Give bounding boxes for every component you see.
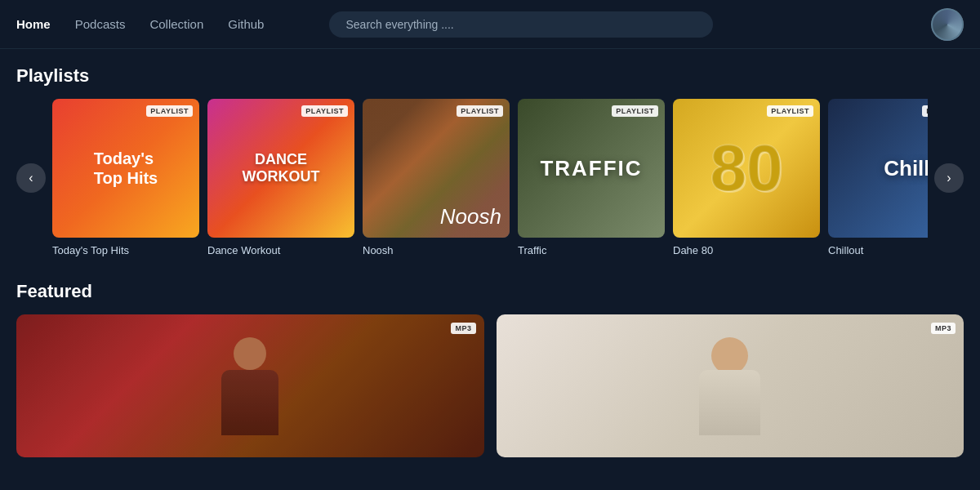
person-body-1 (221, 370, 278, 435)
playlist-card-dahe-80[interactable]: PLAYLIST 80 Dahe 80 (673, 99, 820, 256)
playlist-card-chillout[interactable]: PLAYLIST Chillout Chillout (828, 99, 928, 256)
playlists-section: Playlists ‹ PLAYLIST Today'sTop Hits Tod… (16, 65, 964, 256)
playlist-name-dahe-80: Dahe 80 (673, 244, 820, 256)
playlist-art-text-traffic: TRAFFIC (540, 156, 642, 181)
featured-card-2[interactable]: MP3 (497, 314, 964, 457)
playlist-art-text-noosh: Noosh (440, 204, 501, 229)
person-head-1 (234, 337, 266, 370)
playlist-art-text-top-hits: Today'sTop Hits (82, 136, 171, 200)
playlist-thumbnail-chillout: PLAYLIST Chillout (828, 99, 928, 238)
playlist-card-traffic[interactable]: PLAYLIST TRAFFIC Traffic (518, 99, 665, 256)
playlist-card-top-hits[interactable]: PLAYLIST Today'sTop Hits Today's Top Hit… (52, 99, 199, 256)
playlist-name-dance-workout: Dance Workout (207, 244, 354, 256)
playlists-grid: PLAYLIST Today'sTop Hits Today's Top Hit… (52, 99, 928, 256)
search-input[interactable] (329, 11, 713, 38)
featured-card-1[interactable]: MP3 (16, 314, 484, 457)
playlist-badge-chillout: PLAYLIST (922, 105, 928, 117)
playlist-card-dance-workout[interactable]: PLAYLIST DANCEWORKOUT Dance Workout (207, 99, 354, 256)
person-body-2 (699, 370, 760, 435)
playlist-name-noosh: Noosh (363, 244, 510, 256)
playlist-thumbnail-noosh: PLAYLIST Noosh (363, 99, 510, 238)
navbar: Home Podcasts Collection Github (0, 0, 980, 49)
carousel-next-button[interactable]: › (934, 163, 964, 193)
carousel-prev-button[interactable]: ‹ (16, 163, 46, 193)
playlist-name-traffic: Traffic (518, 244, 665, 256)
playlist-thumbnail-dance-workout: PLAYLIST DANCEWORKOUT (207, 99, 354, 238)
playlist-card-noosh[interactable]: PLAYLIST Noosh Noosh (363, 99, 510, 256)
person-figure-1 (217, 337, 283, 435)
nav-github[interactable]: Github (228, 17, 264, 31)
avatar-circle (931, 8, 964, 41)
featured-grid: MP3 MP3 (16, 314, 964, 457)
playlist-thumbnail-dahe-80: PLAYLIST 80 (673, 99, 820, 238)
nav-home[interactable]: Home (16, 17, 51, 31)
playlist-art-text-dahe-80: 80 (710, 136, 783, 201)
playlist-badge-traffic: PLAYLIST (612, 105, 658, 117)
playlist-badge-dahe-80: PLAYLIST (767, 105, 813, 117)
playlist-name-top-hits: Today's Top Hits (52, 244, 199, 256)
featured-thumbnail-2: MP3 (497, 314, 964, 457)
playlist-badge-dance-workout: PLAYLIST (301, 105, 348, 117)
main-content: Playlists ‹ PLAYLIST Today'sTop Hits Tod… (0, 49, 980, 490)
featured-section: Featured MP3 MP3 (16, 281, 964, 457)
playlist-art-text-dance-workout: DANCEWORKOUT (234, 143, 328, 194)
nav-collection[interactable]: Collection (149, 17, 203, 31)
featured-title: Featured (16, 281, 964, 302)
person-head-2 (711, 337, 748, 374)
playlists-carousel: ‹ PLAYLIST Today'sTop Hits Today's Top H… (16, 99, 964, 256)
featured-badge-1: MP3 (451, 323, 475, 334)
avatar[interactable] (931, 8, 964, 41)
featured-thumbnail-1: MP3 (16, 314, 484, 457)
playlist-badge-top-hits: PLAYLIST (146, 105, 193, 117)
person-figure-2 (697, 337, 763, 435)
playlist-thumbnail-traffic: PLAYLIST TRAFFIC (518, 99, 665, 238)
playlist-badge-noosh: PLAYLIST (457, 105, 503, 117)
playlist-art-text-chillout: Chillout (884, 156, 928, 181)
playlist-thumbnail-top-hits: PLAYLIST Today'sTop Hits (52, 99, 199, 238)
playlists-title: Playlists (16, 65, 964, 87)
featured-badge-2: MP3 (931, 323, 956, 334)
nav-podcasts[interactable]: Podcasts (75, 17, 126, 31)
playlist-name-chillout: Chillout (828, 244, 928, 256)
nav-links: Home Podcasts Collection Github (16, 17, 264, 31)
